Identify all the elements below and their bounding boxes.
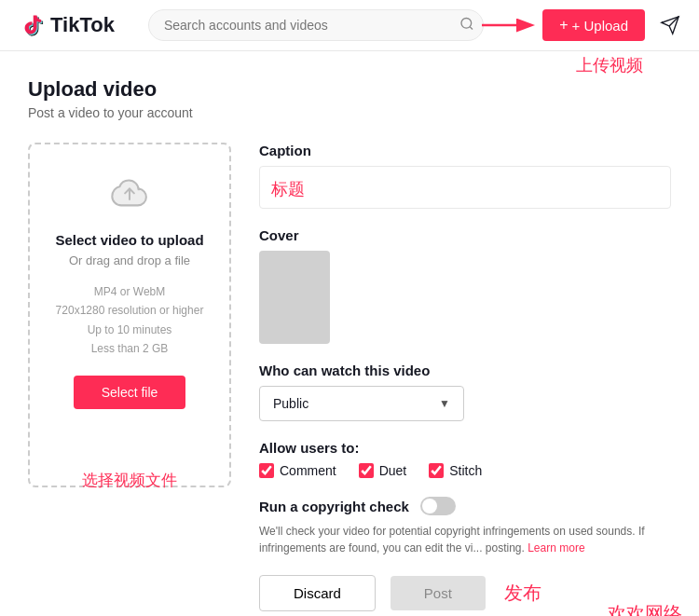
upload-button[interactable]: + + Upload [542,9,645,41]
arrow-icon [482,15,538,35]
caption-placeholder[interactable]: 标题 [271,171,659,204]
search-input[interactable] [148,9,484,41]
upload-annotation-cn: 上传视频 [576,56,643,75]
allow-users-row: Comment Duet Stitch [259,463,671,478]
post-annotation-cn: 发布 [504,581,541,606]
cover-section: Cover [259,227,671,344]
who-watch-dropdown[interactable]: Public ▼ [259,386,464,421]
upload-annotation-cn: 选择视频文件 [82,470,177,491]
page-subtitle: Post a video to your account [28,105,671,120]
who-watch-section: Who can watch this video Public ▼ [259,363,671,421]
header-right: + + Upload [542,9,680,41]
copyright-toggle[interactable] [420,497,456,515]
allow-users-label: Allow users to: [259,440,671,456]
stitch-checkbox-item: Stitch [429,463,482,478]
toggle-thumb [422,499,437,513]
upload-layout: Select video to upload Or drag and drop … [28,143,671,611]
upload-annotation-wrapper: 上传视频 [576,54,643,76]
duet-checkbox[interactable] [359,463,374,478]
upload-drop-zone[interactable]: Select video to upload Or drag and drop … [28,143,231,487]
upload-label: + Upload [572,18,628,34]
cloud-upload-icon [105,171,154,219]
allow-users-section: Allow users to: Comment Duet Stitch [259,440,671,478]
cover-label: Cover [259,227,671,243]
who-watch-label: Who can watch this video [259,363,671,378]
caption-section: Caption 标题 [259,143,671,209]
search-bar [148,9,484,41]
tiktok-logo-icon [19,11,47,39]
stitch-checkbox[interactable] [429,463,444,478]
copyright-label: Run a copyright check [259,499,409,514]
main-content: Upload video Post a video to your accoun… [0,51,699,616]
watermark: 欢欢网络 [608,601,682,616]
upload-drag-text: Or drag and drop a file [69,253,190,267]
learn-more-link[interactable]: Learn more [528,541,584,554]
comment-checkbox[interactable] [259,463,274,478]
comment-label: Comment [280,463,336,478]
search-icon [459,17,474,34]
copyright-section: Run a copyright check We'll check your v… [259,497,671,556]
page-title: Upload video [28,77,671,102]
select-file-button[interactable]: Select file [74,376,186,409]
plus-icon: + [559,17,568,34]
tiktok-logo[interactable]: TikTok [19,11,115,39]
upload-specs: MP4 or WebM 720x1280 resolution or highe… [56,282,204,359]
cover-preview[interactable] [259,251,330,344]
copyright-row: Run a copyright check [259,497,671,515]
svg-point-1 [461,19,472,29]
post-button[interactable]: Post [391,576,486,610]
send-icon[interactable] [660,15,680,35]
duet-checkbox-item: Duet [359,463,407,478]
duet-label: Duet [379,463,407,478]
upload-title: Select video to upload [55,232,203,248]
comment-checkbox-item: Comment [259,463,336,478]
logo-text: TikTok [50,13,115,37]
caption-label: Caption [259,143,671,158]
who-watch-value: Public [273,396,308,411]
discard-button[interactable]: Discard [259,575,376,611]
chevron-down-icon: ▼ [439,397,450,410]
copyright-notice: We'll check your video for potential cop… [259,523,671,556]
stitch-label: Stitch [449,463,482,478]
form-panel: Caption 标题 Cover Who can watch this vide… [259,143,671,611]
header: TikTok + + Upload [0,0,699,51]
